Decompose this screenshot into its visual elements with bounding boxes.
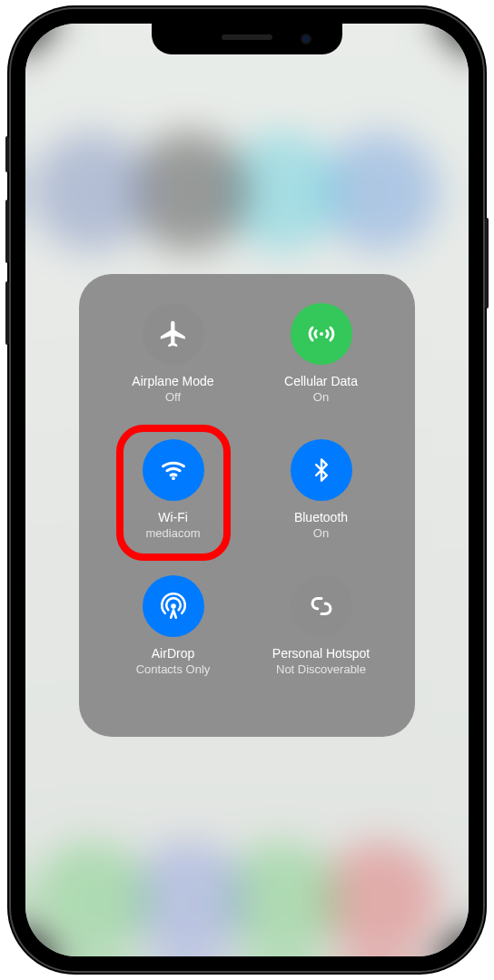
airplane-mode-label: Airplane Mode Off xyxy=(132,374,213,405)
wifi-icon xyxy=(143,439,204,501)
wifi-toggle[interactable]: Wi-Fi mediacom xyxy=(99,437,247,573)
personal-hotspot-toggle[interactable]: Personal Hotspot Not Discoverable xyxy=(247,573,395,710)
airdrop-label: AirDrop Contacts Only xyxy=(136,646,211,677)
cellular-data-toggle[interactable]: Cellular Data On xyxy=(247,301,395,437)
phone-frame: Airplane Mode Off Cellular Data xyxy=(11,9,483,971)
svg-point-1 xyxy=(172,476,175,480)
connectivity-panel: Airplane Mode Off Cellular Data xyxy=(79,274,415,737)
airdrop-icon xyxy=(143,575,204,637)
airdrop-toggle[interactable]: AirDrop Contacts Only xyxy=(99,573,247,710)
silent-switch xyxy=(5,136,9,172)
cellular-data-icon xyxy=(291,303,352,365)
svg-point-0 xyxy=(320,332,323,336)
bluetooth-label: Bluetooth On xyxy=(294,510,348,541)
notch xyxy=(152,24,342,54)
speaker-grille xyxy=(222,34,272,40)
bluetooth-icon xyxy=(291,439,352,501)
personal-hotspot-icon xyxy=(291,575,352,637)
wifi-label: Wi-Fi mediacom xyxy=(146,510,201,541)
svg-point-2 xyxy=(171,603,176,609)
airplane-mode-toggle[interactable]: Airplane Mode Off xyxy=(99,301,247,437)
personal-hotspot-label: Personal Hotspot Not Discoverable xyxy=(272,646,370,677)
airplane-mode-icon xyxy=(143,303,204,365)
front-camera xyxy=(301,34,311,44)
bluetooth-toggle[interactable]: Bluetooth On xyxy=(247,437,395,573)
volume-up-button xyxy=(5,200,9,263)
volume-down-button xyxy=(5,281,9,345)
cellular-data-label: Cellular Data On xyxy=(284,374,358,405)
screen: Airplane Mode Off Cellular Data xyxy=(25,24,469,956)
power-button xyxy=(485,218,489,309)
